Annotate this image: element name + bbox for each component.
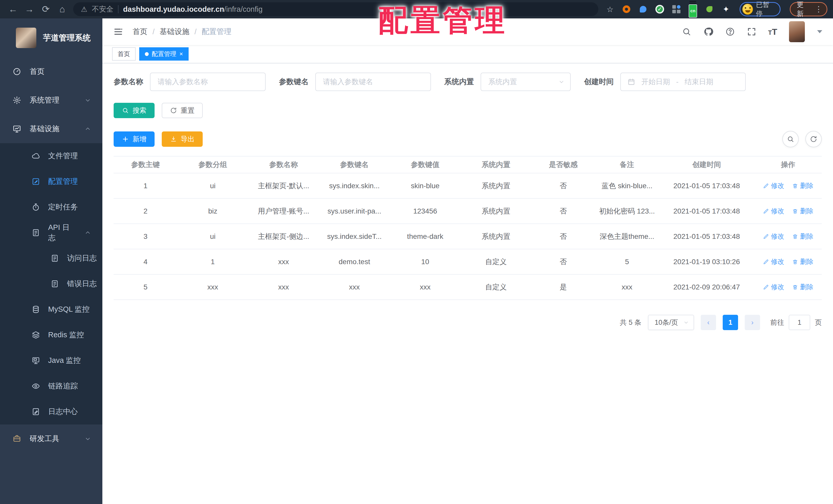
param-key-input[interactable]	[315, 73, 431, 91]
breadcrumb-home[interactable]: 首页	[133, 27, 147, 37]
table-row[interactable]: 5 xxx xxx xxx xxx 自定义 是 xxx 2021-02-09 2…	[114, 274, 822, 300]
chevron-down-icon	[85, 97, 91, 104]
bookmark-star-icon[interactable]: ☆	[605, 4, 615, 14]
sidebar-logo[interactable]: 芋道管理系统	[0, 19, 102, 57]
tag-config-manage[interactable]: 配置管理 ×	[139, 47, 189, 60]
sidebar-item-label: 文件管理	[48, 151, 78, 161]
cell-id: 3	[114, 224, 177, 249]
delete-link[interactable]: 删除	[792, 257, 813, 266]
reload-icon[interactable]: ⟳	[39, 2, 53, 17]
log-doc-icon	[31, 228, 41, 237]
breadcrumb: 首页 / 基础设施 / 配置管理	[133, 27, 231, 37]
sidebar-item-file-manage[interactable]: 文件管理	[0, 143, 102, 169]
next-page-button[interactable]: ›	[745, 315, 760, 330]
tag-home[interactable]: 首页	[112, 47, 136, 60]
cell-id: 5	[114, 274, 177, 300]
forward-icon[interactable]: →	[22, 2, 37, 17]
sidebar-item-config-manage[interactable]: 配置管理	[0, 169, 102, 194]
sidebar-item-home[interactable]: 首页	[0, 57, 102, 86]
sidebar-item-label: 日志中心	[48, 407, 78, 417]
delete-link-label: 删除	[800, 232, 813, 241]
sidebar-item-infra[interactable]: 基础设施	[0, 115, 102, 143]
edit-link[interactable]: 修改	[763, 257, 784, 266]
extension-pin-icon[interactable]	[638, 4, 648, 14]
table-row[interactable]: 2 biz 用户管理-账号... sys.user.init-pa... 123…	[114, 198, 822, 224]
page-title-overlay: 配置管理	[378, 1, 507, 41]
sidebar-toggle-icon[interactable]	[113, 27, 123, 37]
cell-name: xxx	[248, 274, 319, 300]
address-bar[interactable]: ⚠ 不安全 dashboard.yudao.iocoder.cn/infra/c…	[73, 2, 598, 16]
edit-link[interactable]: 修改	[763, 181, 784, 190]
cell-id: 4	[114, 249, 177, 274]
table-row[interactable]: 1 ui 主框架页-默认... sys.index.skin... skin-b…	[114, 173, 822, 198]
refresh-button[interactable]	[805, 131, 822, 147]
search-icon[interactable]	[682, 27, 691, 36]
builtin-select[interactable]: 系统内置	[481, 73, 571, 91]
extension-grid-icon[interactable]	[671, 4, 681, 14]
dashboard-icon	[12, 67, 22, 76]
delete-link[interactable]: 删除	[792, 181, 813, 190]
sidebar-item-system[interactable]: 系统管理	[0, 86, 102, 115]
sidebar-item-dev-tools[interactable]: 研发工具	[0, 425, 102, 453]
browser-profile-chip[interactable]: 已暂停	[740, 2, 781, 16]
cell-created: 2021-01-05 17:03:48	[659, 224, 755, 249]
edit-link[interactable]: 修改	[763, 232, 784, 241]
home-icon[interactable]: ⌂	[55, 2, 70, 17]
reset-button-label: 重置	[181, 106, 194, 115]
font-size-icon[interactable]: TT	[768, 27, 777, 37]
sidebar-item-access-log[interactable]: 访问日志	[0, 246, 102, 271]
user-avatar[interactable]	[789, 21, 805, 42]
col-header: 参数分组	[177, 156, 248, 173]
extension-orange-ring-icon[interactable]	[622, 4, 632, 14]
fullscreen-icon[interactable]	[747, 27, 757, 36]
extension-cn-icon[interactable]: cn	[688, 4, 698, 14]
cell-key: xxx	[319, 274, 390, 300]
table-row[interactable]: 3 ui 主框架页-侧边... sys.index.sideT... theme…	[114, 224, 822, 249]
date-range-picker[interactable]: 开始日期 - 结束日期	[620, 73, 746, 91]
page-button-1[interactable]: 1	[723, 315, 738, 330]
sidebar-item-api-log[interactable]: API 日志	[0, 220, 102, 246]
add-button[interactable]: 新增	[114, 131, 154, 147]
reset-button[interactable]: 重置	[162, 103, 203, 118]
export-button[interactable]: 导出	[162, 131, 203, 147]
toggle-search-button[interactable]	[782, 131, 799, 147]
browser-menu-icon[interactable]: ⋮	[815, 7, 823, 12]
tag-label: 配置管理	[152, 50, 176, 58]
edit-link[interactable]: 修改	[763, 207, 784, 216]
delete-link[interactable]: 删除	[792, 232, 813, 241]
cell-group: biz	[177, 198, 248, 224]
search-actions: 搜索 重置	[114, 103, 822, 118]
breadcrumb-infra: 基础设施	[160, 27, 189, 37]
delete-link[interactable]: 删除	[792, 207, 813, 216]
sidebar-item-scheduled-jobs[interactable]: 定时任务	[0, 194, 102, 220]
security-label[interactable]: 不安全	[92, 4, 113, 14]
sidebar-item-trace[interactable]: 链路追踪	[0, 373, 102, 399]
export-button-label: 导出	[181, 134, 194, 144]
delete-link[interactable]: 删除	[792, 282, 813, 292]
browser-update-button[interactable]: 更新 ⋮	[790, 2, 827, 16]
cell-created: 2021-01-05 17:03:48	[659, 173, 755, 198]
extensions-puzzle-icon[interactable]: ✦	[721, 4, 731, 14]
tag-close-icon[interactable]: ×	[180, 51, 183, 57]
search-button[interactable]: 搜索	[114, 103, 154, 118]
param-name-input[interactable]	[150, 73, 266, 91]
extension-sprout-icon[interactable]	[705, 4, 715, 14]
page-size-select[interactable]: 10条/页	[648, 315, 694, 330]
prev-page-button[interactable]: ‹	[701, 315, 716, 330]
sidebar-item-java-monitor[interactable]: Java 监控	[0, 348, 102, 373]
edit-link[interactable]: 修改	[763, 282, 784, 292]
page-jump-input[interactable]	[789, 315, 810, 330]
back-icon[interactable]: ←	[6, 2, 21, 17]
extension-check-icon[interactable]: ✓	[655, 4, 665, 14]
sidebar-item-redis-monitor[interactable]: Redis 监控	[0, 322, 102, 348]
help-icon[interactable]	[725, 27, 735, 36]
avatar-caret-icon[interactable]	[817, 30, 822, 33]
col-header: 参数名称	[248, 156, 319, 173]
table-row[interactable]: 4 1 xxx demo.test 10 自定义 否 5 2021-01-19 …	[114, 249, 822, 274]
sidebar-item-mysql-monitor[interactable]: MySQL 监控	[0, 297, 102, 322]
sidebar-item-log-center[interactable]: 日志中心	[0, 399, 102, 425]
sidebar-item-error-log[interactable]: 错误日志	[0, 271, 102, 297]
cell-value: 123456	[390, 198, 461, 224]
tag-label: 首页	[118, 50, 130, 58]
github-icon[interactable]	[703, 27, 713, 37]
